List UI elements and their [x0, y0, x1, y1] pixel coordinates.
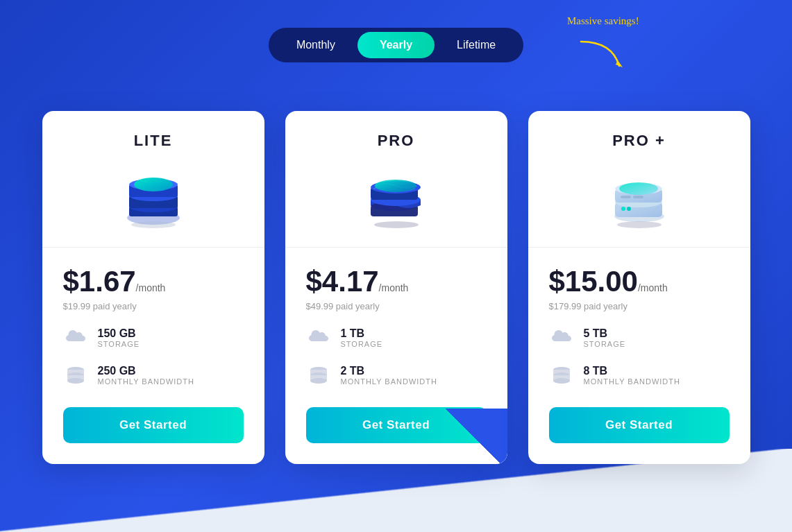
cta-button-pro[interactable]: Get Started	[306, 407, 487, 443]
cloud-icon-pro-plus	[549, 325, 574, 350]
price-row-lite: $1.67/month $19.99 paid yearly	[63, 265, 244, 311]
billing-toggle-wrapper: Monthly Yearly Lifetime Massive savings!	[269, 28, 523, 76]
svg-point-35	[619, 182, 658, 195]
plan-title-pro: PRO	[306, 132, 487, 150]
yearly-note-pro: $49.99 paid yearly	[306, 301, 487, 311]
price-pro: $4.17	[306, 265, 379, 298]
cloud-icon-pro	[306, 325, 331, 350]
svg-point-8	[134, 178, 173, 191]
svg-point-42	[553, 378, 570, 384]
db-icon-pro	[306, 363, 331, 388]
period-lite: /month	[136, 282, 166, 293]
bandwidth-feature-pro-plus: 8 TB MONTHLY BANDWIDTH	[549, 363, 730, 388]
price-pro-plus: $15.00	[549, 265, 638, 298]
card-top-pro: PRO	[285, 111, 507, 248]
storage-feature-pro-plus: 5 TB STORAGE	[549, 325, 730, 350]
price-lite: $1.67	[63, 265, 136, 298]
yearly-note-pro-plus: $179.99 paid yearly	[549, 301, 730, 311]
toggle-yearly[interactable]: Yearly	[357, 32, 435, 58]
plan-icon-pro	[358, 164, 435, 230]
toggle-lifetime[interactable]: Lifetime	[435, 32, 518, 58]
toggle-monthly[interactable]: Monthly	[274, 32, 357, 58]
svg-point-21	[375, 180, 416, 192]
bandwidth-feature-pro: 2 TB MONTHLY BANDWIDTH	[306, 363, 487, 388]
db-icon-pro-plus	[549, 363, 574, 388]
cta-button-lite[interactable]: Get Started	[63, 407, 244, 443]
svg-point-15	[374, 221, 419, 228]
pricing-cards-container: LITE	[32, 111, 761, 464]
yearly-note-lite: $19.99 paid yearly	[63, 301, 244, 311]
card-top-lite: LITE	[42, 111, 264, 248]
card-bottom-lite: $1.67/month $19.99 paid yearly 150 GB ST…	[42, 248, 264, 464]
bandwidth-text-pro-plus: 8 TB MONTHLY BANDWIDTH	[584, 365, 680, 386]
plan-title-lite: LITE	[63, 132, 244, 150]
plan-card-lite: LITE	[42, 111, 264, 464]
plan-card-pro-plus: PRO +	[528, 111, 750, 464]
savings-arrow	[578, 38, 626, 69]
storage-feature-pro: 1 TB STORAGE	[306, 325, 487, 350]
svg-rect-37	[633, 196, 643, 198]
storage-text-lite: 150 GB STORAGE	[98, 327, 140, 348]
price-row-pro-plus: $15.00/month $179.99 paid yearly	[549, 265, 730, 311]
price-row-pro: $4.17/month $49.99 paid yearly	[306, 265, 487, 311]
plan-card-pro: PRO	[285, 111, 507, 464]
savings-label: Massive savings!	[567, 15, 639, 27]
storage-text-pro-plus: 5 TB STORAGE	[584, 327, 626, 348]
plan-icon-pro-plus	[601, 164, 677, 230]
bandwidth-feature-lite: 250 GB MONTHLY BANDWIDTH	[63, 363, 244, 388]
svg-point-14	[67, 378, 84, 384]
period-pro: /month	[379, 282, 409, 293]
svg-point-31	[621, 207, 625, 211]
cta-button-pro-plus[interactable]: Get Started	[549, 407, 730, 443]
billing-toggle-bar: Monthly Yearly Lifetime	[269, 28, 523, 62]
plan-title-pro-plus: PRO +	[549, 132, 730, 150]
svg-rect-36	[621, 196, 631, 198]
storage-feature-lite: 150 GB STORAGE	[63, 325, 244, 350]
svg-point-27	[617, 221, 662, 228]
period-pro-plus: /month	[638, 282, 668, 293]
bandwidth-text-pro: 2 TB MONTHLY BANDWIDTH	[341, 365, 437, 386]
storage-text-pro: 1 TB STORAGE	[341, 327, 383, 348]
svg-point-9	[131, 221, 176, 228]
card-top-pro-plus: PRO +	[528, 111, 750, 248]
svg-point-26	[310, 378, 327, 384]
cloud-icon-lite	[63, 325, 88, 350]
bandwidth-text-lite: 250 GB MONTHLY BANDWIDTH	[98, 365, 194, 386]
card-bottom-pro: $4.17/month $49.99 paid yearly 1 TB STOR…	[285, 248, 507, 464]
plan-icon-lite	[115, 164, 192, 230]
db-icon-lite	[63, 363, 88, 388]
svg-point-32	[627, 207, 631, 211]
card-bottom-pro-plus: $15.00/month $179.99 paid yearly 5 TB ST…	[528, 248, 750, 464]
